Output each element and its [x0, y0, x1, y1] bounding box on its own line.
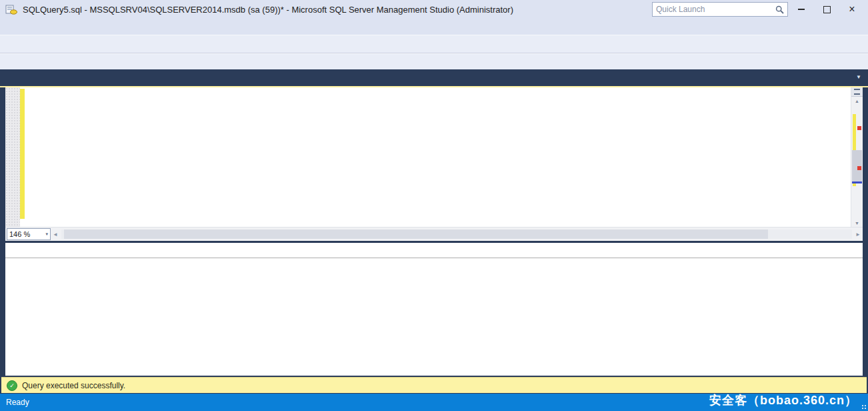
caret-position-mark	[852, 181, 862, 183]
quick-launch-input[interactable]: Quick Launch	[652, 2, 788, 17]
standard-toolbar	[0, 35, 868, 53]
error-mark	[857, 126, 861, 130]
chevron-down-icon: ▾	[45, 232, 48, 237]
editor-gutter[interactable]	[5, 87, 20, 228]
document-tab-strip: ▼	[0, 69, 868, 87]
tab-list-dropdown-icon[interactable]: ▼	[856, 74, 861, 80]
sql-editor[interactable]: ▲ ▼ 146 % ▾ ◄ ►	[5, 87, 863, 241]
error-mark	[857, 166, 861, 170]
quick-launch-placeholder: Quick Launch	[656, 5, 775, 14]
app-icon	[5, 3, 17, 15]
watermark-text: 安全客（bobao.360.cn）	[709, 392, 857, 408]
scroll-right-icon[interactable]: ►	[853, 232, 863, 238]
results-tab-bar	[5, 243, 863, 258]
scroll-up-icon[interactable]: ▲	[851, 97, 863, 105]
minimize-button[interactable]	[789, 1, 813, 17]
editor-horizontal-scrollbar: 146 % ▾ ◄ ►	[5, 227, 863, 241]
change-tracking-bar	[20, 89, 25, 219]
menu-bar	[0, 19, 868, 35]
query-status-message: Query executed successfully.	[22, 381, 125, 390]
split-editor-handle[interactable]	[851, 87, 863, 97]
title-bar: SQLQuery5.sql - MSSQLSRV04\SQLSERVER2014…	[0, 0, 868, 19]
query-status-bar: ✓ Query executed successfully.	[1, 377, 867, 393]
editor-zoom-combo[interactable]: 146 % ▾	[7, 228, 51, 240]
horizontal-scroll-thumb[interactable]	[64, 230, 768, 239]
zoom-level: 146 %	[9, 230, 30, 238]
ready-status: Ready	[6, 398, 29, 407]
results-pane	[5, 243, 863, 376]
horizontal-scroll-track[interactable]	[61, 230, 852, 239]
resize-grip[interactable]	[861, 404, 867, 410]
search-icon	[775, 5, 784, 14]
maximize-button[interactable]	[815, 1, 839, 17]
code-area[interactable]	[41, 89, 851, 228]
editor-vertical-scrollbar[interactable]: ▲ ▼	[851, 87, 863, 228]
mdi-area: ▼ ▲ ▼ 146 % ▾ ◄ ►	[0, 69, 868, 394]
window-title: SQLQuery5.sql - MSSQLSRV04\SQLSERVER2014…	[23, 5, 513, 15]
scroll-left-icon[interactable]: ◄	[51, 232, 60, 238]
success-check-icon: ✓	[7, 380, 17, 391]
close-button[interactable]: ×	[840, 1, 864, 17]
